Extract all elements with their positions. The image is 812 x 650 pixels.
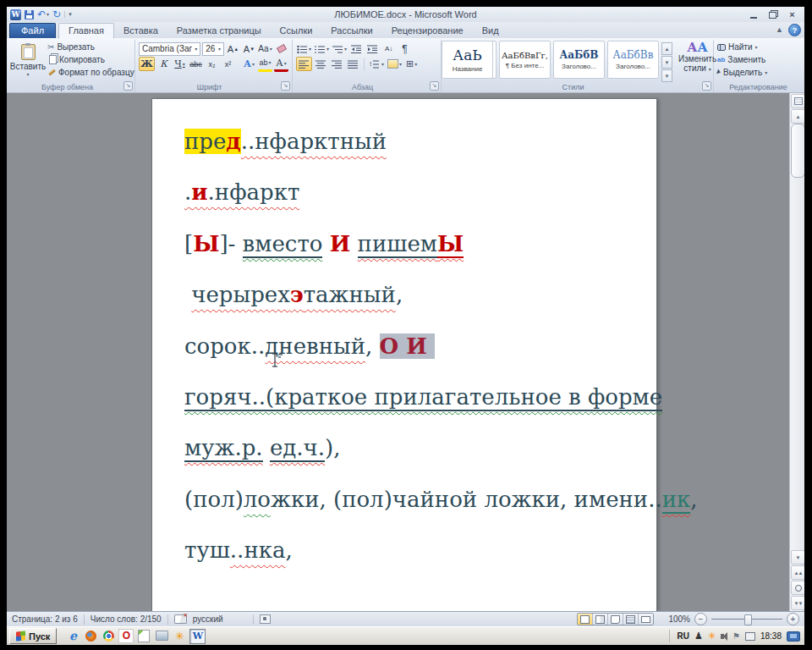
copy-button[interactable]: Копировать [47,53,134,65]
document-text[interactable]: пред..нфарктный.и.нфаркт[Ы]- вместо И пи… [152,99,656,576]
scrollbar-thumb[interactable] [791,124,804,178]
previous-page-button[interactable]: ▲▲ [791,565,804,580]
style-card[interactable]: АаБбВЗаголово... [553,41,605,79]
find-button[interactable]: Найти ▾ [717,41,799,52]
styles-more-icon[interactable]: ▼ [661,69,672,82]
undo-icon[interactable]: ↶▾ [37,9,49,19]
quick-launch-firefox-icon[interactable] [83,629,98,643]
format-painter-button[interactable]: Формат по образцу [47,66,134,78]
underline-button[interactable]: Ч▾ [173,58,187,71]
select-browse-object-button[interactable] [791,581,804,595]
collapse-ribbon-icon[interactable]: ▲ [776,26,783,34]
quick-launch-chrome-icon[interactable] [101,629,116,643]
multilevel-list-button[interactable]: ▾ [332,42,348,56]
doc-line[interactable]: туш..нка, [184,525,650,576]
change-styles-button[interactable]: АА Изменить стили ▾ [678,41,716,74]
tab-Файл[interactable]: Файл [9,23,56,38]
align-left-button[interactable] [296,57,312,71]
style-card[interactable]: АаЬНазвание [442,41,493,79]
style-card[interactable]: АаБбВвЗаголово... [607,41,659,79]
styles-dialog-launcher-icon[interactable]: ↘ [702,81,711,91]
customize-quick-access-icon[interactable]: ▾ [64,11,72,18]
ruler-toggle-button[interactable] [791,94,804,108]
doc-line[interactable]: .и.нфаркт [184,167,650,218]
zoom-out-button[interactable]: − [694,613,707,625]
quick-launch-ie-icon[interactable] [65,629,80,643]
styles-scroll-up-icon[interactable]: ▲ [661,42,672,55]
text-effects-button[interactable]: А▾ [242,58,256,71]
word-app-icon[interactable]: W [10,9,21,20]
tray-app-icon[interactable]: ♟ [694,631,703,641]
close-icon[interactable]: × [787,10,798,19]
doc-line[interactable]: горяч..(краткое прилагательное в форме [184,372,650,422]
tray-qip-icon[interactable]: ✳ [708,631,716,641]
tray-window-icon[interactable] [745,632,755,641]
doc-line[interactable]: пред..нфарктный [184,116,650,167]
increase-indent-button[interactable] [365,42,380,56]
zoom-in-button[interactable]: + [787,613,799,625]
borders-button[interactable]: ⊞▾ [404,58,419,71]
clear-formatting-button[interactable] [274,42,288,56]
scroll-down-button[interactable]: ▼ [791,550,804,565]
quick-launch-word-icon[interactable] [189,629,206,644]
scroll-up-button[interactable]: ▲ [791,109,804,124]
tab-Разметка страницы[interactable]: Разметка страницы [167,24,271,38]
show-paragraph-marks-button[interactable]: ¶ [398,42,412,56]
subscript-button[interactable]: x₂ [205,58,219,71]
vertical-scrollbar[interactable]: ▲ ▼ ▲▲ ▼▼ [789,93,804,611]
clipboard-dialog-launcher-icon[interactable]: ↘ [123,81,133,91]
line-spacing-button[interactable]: ↕ ▾ [368,58,385,71]
language-indicator[interactable]: русский [193,614,223,624]
paragraph-dialog-launcher-icon[interactable]: ↘ [430,81,439,91]
zoom-slider-thumb[interactable] [744,614,752,625]
tab-Главная[interactable]: Главная [58,23,114,39]
tray-flag-icon[interactable]: ⚑ [732,631,740,641]
clock[interactable]: 18:38 [760,631,782,641]
redo-icon[interactable]: ↻ [52,9,61,19]
italic-button[interactable]: К [156,58,171,71]
tab-Вид[interactable]: Вид [473,24,508,38]
bold-button[interactable]: Ж [139,57,155,71]
zoom-slider[interactable] [711,619,782,620]
doc-line[interactable]: [Ы]- вместо И пишемЫ [184,218,650,269]
align-center-button[interactable] [314,58,328,71]
page-indicator[interactable]: Страница: 2 из 6 [12,614,78,624]
view-web-layout-button[interactable] [608,614,623,625]
macro-recording-icon[interactable] [260,614,271,624]
tab-Вставка[interactable]: Вставка [114,24,167,38]
zoom-level[interactable]: 100% [668,614,690,624]
view-full-screen-reading-button[interactable] [593,614,608,625]
highlight-color-button[interactable]: ab▾ [258,56,272,72]
doc-line[interactable]: сорок..дневный, О И [184,321,650,372]
view-draft-button[interactable] [639,614,653,625]
restore-icon[interactable] [767,10,778,19]
next-page-button[interactable]: ▼▼ [791,596,804,610]
numbering-button[interactable]: ▾ [314,42,330,56]
doc-line[interactable]: черырехэтажный, [184,269,650,320]
volume-icon[interactable] [721,634,724,639]
grow-font-button[interactable]: А▲ [226,42,240,56]
font-dialog-launcher-icon[interactable]: ↘ [281,81,290,91]
quick-launch-editor-icon[interactable] [136,629,151,643]
doc-line[interactable]: муж.р. ед.ч.), [184,422,650,473]
proofing-errors-icon[interactable] [174,614,187,624]
quick-launch-qip-icon[interactable] [172,629,187,643]
justify-button[interactable] [346,58,360,71]
sort-button[interactable]: А↓ [381,42,396,56]
decrease-indent-button[interactable] [349,42,364,56]
bullets-button[interactable]: ▾ [296,42,312,56]
shrink-font-button[interactable]: А▼ [242,42,256,56]
shading-button[interactable]: ▾ [387,58,403,71]
tab-Рассылки[interactable]: Рассылки [321,24,381,38]
word-count[interactable]: Число слов: 2/150 [91,614,162,624]
replace-button[interactable]: ab Заменить [717,53,799,65]
quick-launch-files-icon[interactable] [154,629,169,643]
tab-Ссылки[interactable]: Ссылки [271,24,322,38]
minimize-icon[interactable] [748,10,759,19]
paste-button[interactable]: Вставить ▾ [12,41,44,80]
doc-line[interactable]: (пол)ложки, (пол)чайной ложки, имени..ик… [184,474,650,525]
page[interactable]: пред..нфарктный.и.нфаркт[Ы]- вместо И пи… [152,99,656,611]
view-outline-button[interactable] [623,614,639,625]
display-icon[interactable] [787,631,800,642]
styles-scroll-down-icon[interactable]: ▼ [661,56,672,69]
